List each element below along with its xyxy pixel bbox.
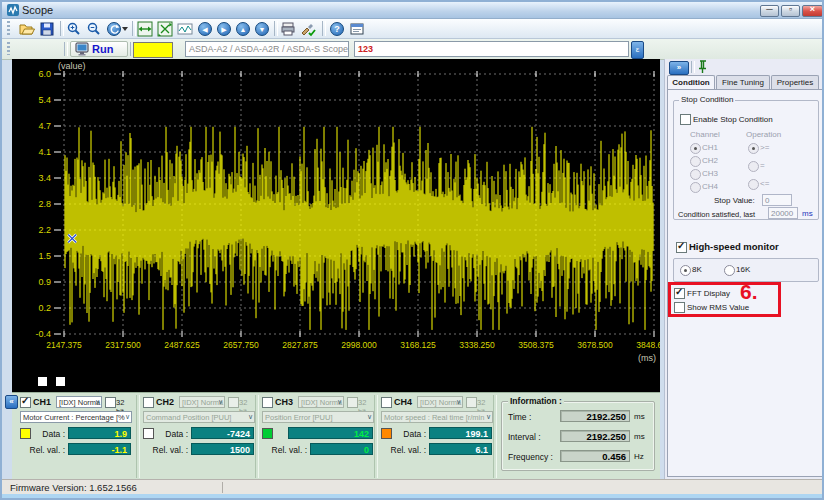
svg-text:3508.375: 3508.375 <box>518 340 554 350</box>
clean-icon[interactable] <box>299 20 317 37</box>
pan-right-icon[interactable]: ▶ <box>215 20 233 37</box>
buffer-16k-radio[interactable] <box>724 265 735 276</box>
svg-text:3168.125: 3168.125 <box>400 340 436 350</box>
ch2-enable-checkbox[interactable] <box>143 397 154 408</box>
svg-text:2.8: 2.8 <box>38 199 51 209</box>
stop-condition-title: Stop Condition <box>679 95 735 104</box>
ch4-signal-dropdown: Motor speed : Real time [r/min <box>381 411 493 423</box>
zoom-out-icon[interactable] <box>85 20 103 37</box>
monitor-icon <box>75 42 89 57</box>
buffer-8k-label: 8K <box>692 265 702 274</box>
stop-channel-ch2-label: CH2 <box>702 156 718 165</box>
toolbar-grip[interactable] <box>7 42 10 55</box>
scope-plot: 2147.3752317.5002487.6252657.7502827.875… <box>12 59 660 392</box>
interval-unit: ms <box>634 432 645 441</box>
parameter-window-icon[interactable] <box>348 20 366 37</box>
svg-text:4.7: 4.7 <box>38 121 51 131</box>
channel-group-label: Channel <box>690 130 720 139</box>
ch1-mode-dropdown[interactable]: [IDX] Norma <box>56 396 102 408</box>
stop-channel-ch2-radio <box>690 156 701 167</box>
ch2-color-swatch[interactable] <box>143 428 154 439</box>
channel-panel-ch2: CH2 [IDX] Norma 32 bit Command Position … <box>141 395 257 477</box>
zoom-in-icon[interactable] <box>65 20 83 37</box>
operation-gte-label: >= <box>760 143 769 152</box>
help-icon[interactable]: ? <box>328 20 346 37</box>
ch3-enable-checkbox[interactable] <box>262 397 273 408</box>
information-title: Information : <box>508 396 564 406</box>
pan-left-icon[interactable]: ◀ <box>196 20 214 37</box>
high-speed-monitor-checkbox[interactable] <box>676 242 687 253</box>
operation-lte-radio <box>748 179 759 190</box>
scope-toolbar: Run ASDA-A2 / ASDA-A2R / ASDA-S Scope 12… <box>2 39 822 60</box>
channel-area: « CH1 [IDX] Norma 32 bit Motor Current :… <box>12 392 660 480</box>
interval-value: 2192.250 <box>560 430 630 442</box>
apply-value-button[interactable]: ε <box>631 41 644 59</box>
firmware-version: Firmware Version: 1.652.1566 <box>10 482 137 493</box>
run-button[interactable]: Run <box>70 41 128 57</box>
window-title: Scope <box>22 4 53 16</box>
scope-chart[interactable]: 2147.3752317.5002487.6252657.7502827.875… <box>12 59 660 392</box>
buffer-8k-radio[interactable] <box>680 265 691 276</box>
collapse-channel-panel-icon[interactable]: « <box>5 395 18 409</box>
svg-text:(ms): (ms) <box>638 353 656 363</box>
model-selector[interactable]: ASDA-A2 / ASDA-A2R / ASDA-S Scope <box>185 41 349 57</box>
zoom-reset-dropdown-icon[interactable] <box>120 20 130 37</box>
trace-icon[interactable] <box>176 20 194 37</box>
svg-text:2487.625: 2487.625 <box>164 340 200 350</box>
fit-width-icon[interactable] <box>136 20 154 37</box>
ch4-enable-checkbox[interactable] <box>381 397 392 408</box>
ch3-color-swatch[interactable] <box>262 428 273 439</box>
stop-channel-ch3-radio <box>690 169 701 180</box>
ch1-rel-value: -1.1 <box>68 443 131 455</box>
chart-checkbox-1[interactable] <box>38 377 47 386</box>
operation-lte-label: <= <box>760 179 769 188</box>
collapse-panel-icon[interactable]: » <box>669 61 689 75</box>
minimize-button[interactable]: ─ <box>760 5 779 17</box>
svg-text:(value): (value) <box>58 61 86 71</box>
tab-properties[interactable]: Properties <box>771 75 819 89</box>
window-frame-bottom <box>2 494 822 500</box>
active-channel-color-swatch[interactable] <box>133 42 173 58</box>
operation-eq-label: = <box>760 161 765 170</box>
tab-condition[interactable]: Condition <box>667 75 715 90</box>
svg-text:4.1: 4.1 <box>38 147 51 157</box>
toolbar-grip[interactable] <box>7 21 10 35</box>
ch1-enable-checkbox[interactable] <box>20 397 31 408</box>
ch4-label: CH4 <box>394 397 412 407</box>
ch1-label: CH1 <box>33 397 51 407</box>
maximize-button[interactable]: ▫ <box>781 5 800 17</box>
tab-fine-tuning[interactable]: Fine Tuning <box>716 75 770 89</box>
close-button[interactable]: × <box>802 5 823 17</box>
time-unit: ms <box>634 412 645 421</box>
pan-down-icon[interactable]: ▼ <box>253 20 271 37</box>
svg-text:2657.750: 2657.750 <box>223 340 259 350</box>
stop-channel-ch1-radio <box>690 143 701 154</box>
time-value: 2192.250 <box>560 410 630 422</box>
ch2-data-value: -7424 <box>191 427 254 439</box>
svg-text:3338.250: 3338.250 <box>459 340 495 350</box>
pan-up-icon[interactable]: ▲ <box>234 20 252 37</box>
ch1-signal-dropdown[interactable]: Motor Current : Percentage [% <box>20 411 132 423</box>
value-input[interactable]: 123 <box>354 41 629 57</box>
toolbar-separator <box>274 21 278 36</box>
chart-checkbox-2[interactable] <box>56 377 65 386</box>
pin-icon[interactable] <box>696 60 709 74</box>
ch1-color-swatch[interactable] <box>20 428 31 439</box>
ch4-color-swatch[interactable] <box>381 428 392 439</box>
svg-text:2317.500: 2317.500 <box>105 340 141 350</box>
print-icon[interactable] <box>279 20 297 37</box>
fft-display-checkbox[interactable] <box>674 288 685 299</box>
ch1-rel-label: Rel. val. : <box>20 445 65 455</box>
open-icon[interactable] <box>18 20 36 37</box>
ch2-rel-value: 1500 <box>191 443 254 455</box>
svg-text:3848.625: 3848.625 <box>636 340 660 350</box>
information-groupbox: Information : Time : 2192.250 ms Interva… <box>501 401 655 471</box>
enable-stop-condition-checkbox[interactable] <box>680 114 691 125</box>
stop-value-input: 0 <box>762 194 792 206</box>
operation-gte-radio <box>748 143 759 154</box>
stop-channel-ch4-radio <box>690 182 701 193</box>
show-rms-checkbox[interactable] <box>674 302 685 313</box>
fit-screen-icon[interactable] <box>156 20 174 37</box>
ch1-32bit-checkbox[interactable] <box>105 397 116 408</box>
save-icon[interactable] <box>38 20 56 37</box>
